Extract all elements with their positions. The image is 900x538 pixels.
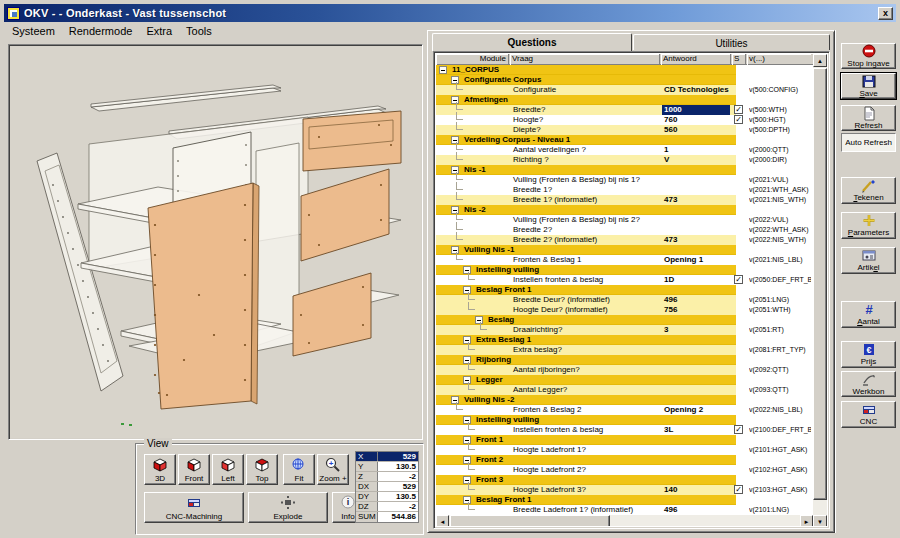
answer-cell[interactable]: 496 bbox=[664, 505, 730, 515]
answer-cell[interactable]: 3 bbox=[664, 325, 730, 335]
view-button-front[interactable]: Front bbox=[178, 454, 210, 485]
question-group-row[interactable]: Nis -1 bbox=[436, 165, 813, 175]
tab-utilities[interactable]: Utilities bbox=[633, 34, 830, 50]
question-row[interactable]: Vulling (Fronten & Beslag) bij nis 2?v(2… bbox=[436, 215, 813, 225]
checkbox-checked[interactable]: ✓ bbox=[734, 425, 743, 434]
question-row[interactable]: Extra beslag?v(2081:FRT_TYP) bbox=[436, 345, 813, 355]
question-row[interactable]: Hoogte Deur? (informatief)756v(2051:WTH) bbox=[436, 305, 813, 315]
column-header-vraag[interactable]: Vraag bbox=[510, 54, 660, 65]
question-group-row[interactable]: Beslag Front 1 bbox=[436, 285, 813, 295]
horizontal-scrollbar-thumb[interactable] bbox=[450, 515, 610, 526]
question-row[interactable]: Fronten & Beslag 2Opening 2v(2022:NIS_LB… bbox=[436, 405, 813, 415]
question-row[interactable]: Instellen fronten & beslag3L✓v(2100:DEF_… bbox=[436, 425, 813, 435]
column-header-module[interactable]: Module bbox=[436, 54, 509, 65]
answer-cell[interactable]: 760 bbox=[664, 115, 730, 125]
question-row[interactable]: Breedte Ladefront 1? (informatief)496v(2… bbox=[436, 505, 813, 515]
column-header-antwoord[interactable]: Antwoord bbox=[661, 54, 731, 65]
collapse-icon[interactable] bbox=[439, 66, 447, 74]
question-row[interactable]: Breedte 1? (informatief)473v(2021:NIS_WT… bbox=[436, 195, 813, 205]
question-row[interactable]: Hoogte Ladefront 1?v(2101:HGT_ASK) bbox=[436, 445, 813, 455]
question-row[interactable]: Breedte Deur? (informatief)496v(2051:LNG… bbox=[436, 295, 813, 305]
answer-cell[interactable]: 1 bbox=[664, 145, 730, 155]
view-button-3d[interactable]: 3D bbox=[144, 454, 176, 485]
side-button-tekenen[interactable]: Tekenen bbox=[841, 177, 896, 204]
answer-cell[interactable]: 473 bbox=[664, 235, 730, 245]
question-group-row[interactable]: Nis -2 bbox=[436, 205, 813, 215]
view-button-fit[interactable]: Fit bbox=[283, 454, 315, 485]
scroll-left-icon[interactable]: ◄ bbox=[436, 515, 449, 526]
checkbox-checked[interactable]: ✓ bbox=[734, 115, 743, 124]
view-button-zoom[interactable]: +Zoom + bbox=[317, 454, 349, 485]
answer-cell[interactable]: Opening 1 bbox=[664, 255, 730, 265]
question-row[interactable]: Breedte 1?v(2021:WTH_ASK) bbox=[436, 185, 813, 195]
side-button-refresh[interactable]: Refresh bbox=[841, 105, 896, 131]
question-row[interactable]: Hoogte Ladefront 3?140✓v(2103:HGT_ASK) bbox=[436, 485, 813, 495]
view-button-explode[interactable]: Explode bbox=[248, 492, 328, 523]
question-row[interactable]: Aantal rijboringen?v(2092:QTT) bbox=[436, 365, 813, 375]
question-group-row[interactable]: Afmetingen bbox=[436, 95, 813, 105]
checkbox-checked[interactable]: ✓ bbox=[734, 275, 743, 284]
answer-cell[interactable]: 3L bbox=[664, 425, 730, 435]
answer-cell[interactable]: 473 bbox=[664, 195, 730, 205]
side-button-prijs[interactable]: €Prijs bbox=[841, 341, 896, 368]
answer-cell[interactable]: Opening 2 bbox=[664, 405, 730, 415]
column-header-s[interactable]: S bbox=[732, 54, 746, 65]
question-group-row[interactable]: 11_CORPUS bbox=[436, 65, 813, 75]
scroll-up-icon[interactable]: ▲ bbox=[813, 54, 827, 67]
answer-cell[interactable]: 496 bbox=[664, 295, 730, 305]
question-group-row[interactable]: Beslag Front 1 bbox=[436, 495, 813, 505]
question-group-row[interactable]: Configuratie Corpus bbox=[436, 75, 813, 85]
question-group-row[interactable]: Rijboring bbox=[436, 355, 813, 365]
question-row[interactable]: Draairichting?3v(2051:RT) bbox=[436, 325, 813, 335]
question-row[interactable]: Aantal Legger?v(2093:QTT) bbox=[436, 385, 813, 395]
question-row[interactable]: Breedte?1000✓v(500:WTH) bbox=[436, 105, 813, 115]
question-group-row[interactable]: Instelling vulling bbox=[436, 265, 813, 275]
question-row[interactable]: Breedte 2? (informatief)473v(2022:NIS_WT… bbox=[436, 235, 813, 245]
side-button-aantal[interactable]: #Aantal bbox=[841, 301, 896, 328]
side-button-stop-ingave[interactable]: Stop ingave bbox=[841, 43, 896, 69]
question-row[interactable]: Breedte 2?v(2022:WTH_ASK) bbox=[436, 225, 813, 235]
view-button-cnc-machining[interactable]: CNC-Machining bbox=[144, 492, 244, 523]
checkbox-checked[interactable]: ✓ bbox=[734, 105, 743, 114]
side-button-auto-refresh[interactable]: Auto Refresh bbox=[841, 133, 896, 152]
question-row[interactable]: Hoogte?760✓v(500:HGT) bbox=[436, 115, 813, 125]
tab-questions[interactable]: Questions bbox=[432, 33, 632, 51]
column-header-v[interactable]: v(...) bbox=[747, 54, 811, 65]
vertical-scrollbar-thumb[interactable] bbox=[813, 68, 827, 500]
answer-cell-selected[interactable]: 1000 bbox=[662, 105, 730, 115]
side-button-parameters[interactable]: Parameters bbox=[841, 212, 896, 239]
question-row[interactable]: Diepte?560v(500:DPTH) bbox=[436, 125, 813, 135]
question-row[interactable]: Instellen fronten & beslag1D✓v(2050:DEF_… bbox=[436, 275, 813, 285]
side-button-artikel[interactable]: Artikel bbox=[841, 247, 896, 274]
menu-item-rendermode[interactable]: Rendermode bbox=[69, 25, 133, 37]
question-group-row[interactable]: Beslag bbox=[436, 315, 813, 325]
checkbox-checked[interactable]: ✓ bbox=[734, 485, 743, 494]
menu-item-extra[interactable]: Extra bbox=[146, 25, 172, 37]
answer-cell[interactable]: 756 bbox=[664, 305, 730, 315]
question-group-row[interactable]: Front 1 bbox=[436, 435, 813, 445]
vertical-scrollbar[interactable]: ▲ ▼ bbox=[813, 54, 827, 526]
question-group-row[interactable]: Vulling Nis -2 bbox=[436, 395, 813, 405]
horizontal-scrollbar[interactable]: ◄ ► bbox=[436, 515, 813, 526]
question-group-row[interactable]: Front 2 bbox=[436, 455, 813, 465]
question-group-row[interactable]: Instelling vulling bbox=[436, 415, 813, 425]
question-group-row[interactable]: Vulling Nis -1 bbox=[436, 245, 813, 255]
question-group-row[interactable]: Front 3 bbox=[436, 475, 813, 485]
question-row[interactable]: Vulling (Fronten & Beslag) bij nis 1?v(2… bbox=[436, 175, 813, 185]
question-group-row[interactable]: Verdeling Corpus - Niveau 1 bbox=[436, 135, 813, 145]
question-row[interactable]: Fronten & Beslag 1Opening 1v(2021:NIS_LB… bbox=[436, 255, 813, 265]
view-button-top[interactable]: Top bbox=[246, 454, 278, 485]
answer-cell[interactable]: V bbox=[664, 155, 730, 165]
question-group-row[interactable]: Extra Beslag 1 bbox=[436, 335, 813, 345]
close-button[interactable]: x bbox=[878, 7, 893, 20]
question-row[interactable]: Richting ?Vv(2000:DIR) bbox=[436, 155, 813, 165]
side-button-werkbon[interactable]: Werkbon bbox=[841, 371, 896, 397]
scroll-down-icon[interactable]: ▼ bbox=[813, 515, 827, 526]
scroll-right-icon[interactable]: ► bbox=[800, 515, 813, 526]
answer-cell[interactable]: 140 bbox=[664, 485, 730, 495]
menu-item-systeem[interactable]: Systeem bbox=[12, 25, 55, 37]
answer-cell[interactable]: 1D bbox=[664, 275, 730, 285]
question-row[interactable]: Hoogte Ladefront 2?v(2102:HGT_ASK) bbox=[436, 465, 813, 475]
answer-cell[interactable]: CD Technologies bbox=[664, 85, 730, 95]
view-button-left[interactable]: Left bbox=[212, 454, 244, 485]
